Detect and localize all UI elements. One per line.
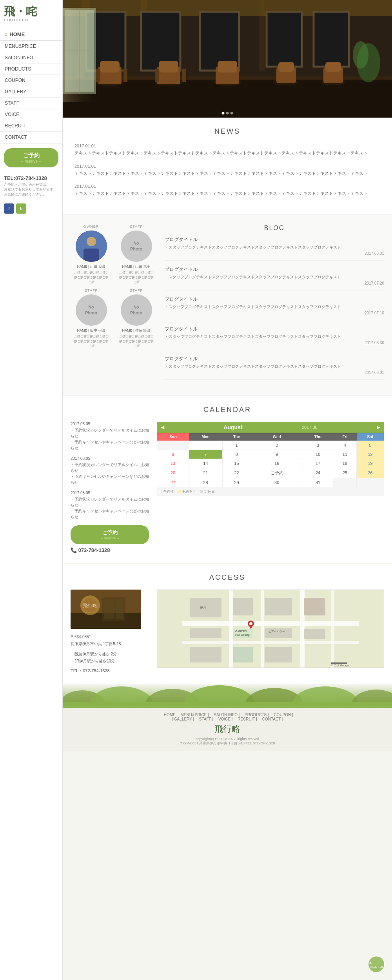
footer-link-contact[interactable]: CONTACT | [262,717,283,721]
nav-item-staff[interactable]: STAFF [0,98,62,109]
blog-item-1[interactable]: ブログタイトル ・スタッフブログテキストスタッフブログテキストスタッフブログテキ… [165,236,384,261]
cal-cell-22[interactable]: 22 [222,468,251,478]
nav-link-contact[interactable]: CONTACT [0,132,62,143]
hero-dot-1[interactable] [222,112,225,114]
legend-holiday: 定休日 [200,489,215,494]
hero-dot-3[interactable] [230,112,233,114]
cal-cell-8[interactable]: 8 [222,450,251,459]
footer-link-recruit[interactable]: RECRUIT | [238,717,257,721]
cal-cell-30[interactable]: 30 [251,478,303,487]
blog-item-text-5: ・スタッフブログテキストスタッフブログテキストスタッフブログテキストスタッフブロ… [165,363,384,369]
blog-item-3[interactable]: ブログタイトル ・スタッフブログテキストスタッフブログテキストスタッフブログテキ… [165,296,384,320]
cal-cell-14[interactable]: 14 [189,459,222,468]
nav-item-menu[interactable]: MENU&PRICE [0,41,62,52]
cal-cell-11[interactable]: 11 [333,450,357,459]
cal-cell-10[interactable]: 10 [303,450,333,459]
nav-link-gallery[interactable]: GALLERY [0,86,62,97]
cal-cell-28[interactable]: 28 [189,478,222,487]
cal-cell-25[interactable]: 25 [333,468,357,478]
staff-photo-2[interactable]: NoPhoto [121,230,152,262]
cal-cell-today[interactable]: 7 [189,450,222,459]
cal-cell-3[interactable]: 3 [303,441,333,450]
blog-item-5[interactable]: ブログタイトル ・スタッフブログテキストスタッフブログテキストスタッフブログテキ… [165,356,384,380]
blog-item-4[interactable]: ブログタイトル ・スタッフブログテキストスタッフブログテキストスタッフブログテキ… [165,326,384,350]
nav-link-voice[interactable]: VOICE [0,109,62,120]
nav-item-recruit[interactable]: RECRUIT [0,120,62,132]
blog-item-title-4: ブログタイトル [165,326,384,332]
nav-item-products[interactable]: PRODUCTS [0,64,62,75]
access-section: ACCESS 飛行略 [63,564,392,684]
cal-cell-18[interactable]: 18 [333,459,357,468]
access-title: ACCESS [71,573,384,582]
cal-cell-9[interactable]: 9 [251,450,303,459]
nav-link-products[interactable]: PRODUCTS [0,64,62,74]
facebook-button[interactable]: f [4,203,14,214]
blog-item-2[interactable]: ブログタイトル ・スタッフブログテキストスタッフブログテキストスタッフブログテキ… [165,266,384,290]
cal-cell-26[interactable]: 26 [357,468,384,478]
staff-photo-3[interactable]: NoPhoto [76,294,107,326]
staff-photo-owner[interactable] [76,230,107,262]
cal-next-button[interactable]: ▶ [377,425,380,430]
cal-text-1: ・予約状況カレンダーでリアルタイムにお知らせ・予約キャンセルやキャンペーンなどの… [71,427,149,451]
nav-item-salon[interactable]: SALON INFO [0,52,62,64]
cal-cell-16[interactable]: 16 [251,459,303,468]
tel-number: TEL:072-784-1328 [4,175,58,181]
footer-link-home[interactable]: | HOME [162,713,175,717]
cal-cell-13[interactable]: 13 [157,459,189,468]
legend-close: 予約不可 [178,489,196,494]
cal-cell-21[interactable]: 21 [189,468,222,478]
nav-item-contact[interactable]: CONTACT [0,132,62,143]
nav-link-coupon[interactable]: COUPON [0,75,62,86]
footer-link-staff[interactable]: STAFF | [199,717,213,721]
cal-cell-5[interactable]: 5 [357,441,384,450]
nav-link-staff[interactable]: STAFF [0,98,62,109]
staff-label-4: STAFF [116,289,157,292]
blog-item-date-5: 2017.06.01 [165,370,384,375]
cal-cell-31[interactable]: 31 [303,478,333,487]
cal-cell-27[interactable]: 27 [157,478,189,487]
footer-link-gallery[interactable]: | GALLERY | [172,717,194,721]
sidebar-reserve-button[interactable]: ご予約 -- reserve -- [4,148,58,167]
cal-cell-19[interactable]: 19 [357,459,384,468]
cal-cell-23[interactable]: ご予約 [251,468,303,478]
footer-link-voice[interactable]: VOICE | [218,717,233,721]
legend-label-close: 予約不可 [182,489,196,494]
staff-photo-4[interactable]: NoPhoto [121,294,152,326]
nav-item-voice[interactable]: VOICE [0,109,62,120]
cal-cell-12[interactable]: 12 [357,450,384,459]
nav-link-salon[interactable]: SALON INFO [0,52,62,63]
footer-link-salon[interactable]: SALON INFO | [214,713,240,717]
access-map[interactable]: 伊丹 GARDEN Hair Desing ピアヘルシー ©2017 Googl… [157,590,384,668]
nav-home-item[interactable]: ⌂ HOME [0,28,62,41]
svg-text:©2017 Google: ©2017 Google [331,664,349,667]
footer-link-coupon[interactable]: COUPON | [274,713,293,717]
cal-cell-15[interactable]: 15 [222,459,251,468]
cal-header-thu: Thu [303,433,333,441]
cal-cell-20[interactable]: 20 [157,468,189,478]
cal-cell-29[interactable]: 29 [222,478,251,487]
cal-cell-2[interactable]: 2 [251,441,303,450]
nav-item-coupon[interactable]: COUPON [0,75,62,86]
cal-cell-6[interactable]: 6 [157,450,189,459]
page-wrapper: 飛・咤 HIKOUSEN ⌂ HOME MENU&PRICE SALON INF… [0,0,392,980]
cal-prev-button[interactable]: ◀ [161,425,164,430]
news-section: NEWS 2017.01.01 テキストテキストテキストテキストテキストテキスト… [63,118,392,214]
page-top-button[interactable]: ▲PAGE TOP [368,956,384,972]
svg-rect-61 [190,628,221,638]
news-date-1: 2017.01.01 [74,143,380,148]
hero-dot-2[interactable] [226,112,229,114]
svg-point-39 [87,237,96,246]
nav-item-gallery[interactable]: GALLERY [0,86,62,98]
cal-cell-4[interactable]: 4 [333,441,357,450]
footer-link-menu[interactable]: MENU&PRICE | [181,713,209,717]
nav-link-menu[interactable]: MENU&PRICE [0,41,62,52]
calendar-reserve-button[interactable]: ご予約 -- reserve -- [71,525,149,544]
staff-name-4: NAME | 佐藤 次郎 [116,328,157,333]
blog-button[interactable]: b [16,203,26,214]
cal-cell-1[interactable]: 1 [222,441,251,450]
footer-link-products[interactable]: PRODUCTS | [245,713,269,717]
cal-cell-24[interactable]: 24 [303,468,333,478]
cal-cell-17[interactable]: 17 [303,459,333,468]
nav-link-recruit[interactable]: RECRUIT [0,120,62,131]
svg-rect-30 [325,62,341,72]
